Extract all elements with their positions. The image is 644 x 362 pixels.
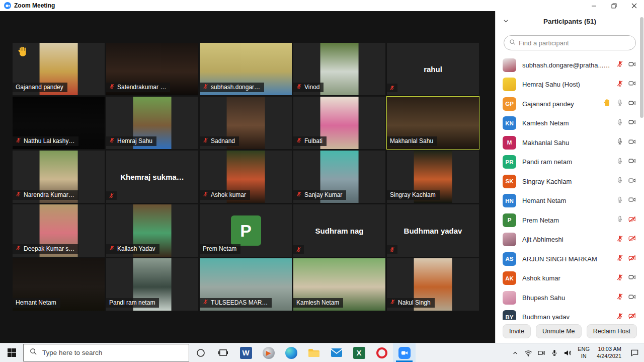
raised-hand-icon xyxy=(18,46,29,59)
video-tile[interactable]: Deepak Kumar s… xyxy=(13,204,105,257)
video-tile[interactable]: Ashok kumar xyxy=(200,151,292,203)
taskbar-app-mail-icon[interactable] xyxy=(325,343,348,362)
video-tile[interactable]: TULSEEDAS MAR… xyxy=(200,258,292,311)
participant-row[interactable]: Bhupesh Sahu xyxy=(496,288,644,308)
mic-on-icon xyxy=(616,215,623,225)
muted-mic-icon xyxy=(16,245,21,252)
participant-row[interactable]: GPGajanand pandey xyxy=(496,94,644,114)
restore-button[interactable] xyxy=(604,0,624,11)
video-tile[interactable]: Fulbati xyxy=(293,97,385,149)
zoom-meeting-window: Zoom Meeting Gajanand pandeySatendrakuma… xyxy=(0,0,644,362)
participant-row[interactable]: Hemraj Sahu (Host) xyxy=(496,75,644,95)
taskbar-app-excel-icon[interactable]: X xyxy=(348,343,370,362)
muted-mic-icon xyxy=(109,84,115,91)
video-tile[interactable]: Narendra Kumar… xyxy=(13,151,105,203)
search-icon xyxy=(509,38,516,47)
participant-name: Pandi ram netam xyxy=(522,158,610,166)
video-tile[interactable]: Kailash Yadav xyxy=(106,204,198,257)
clock[interactable]: 10:03 AM 4/24/2021 xyxy=(593,346,625,360)
speaker-icon[interactable] xyxy=(561,343,574,362)
unmute-me-button[interactable]: Unmute Me xyxy=(536,324,582,338)
participant-name: Sanjay Kumar xyxy=(304,191,342,198)
participant-row[interactable]: SKSingray Kachlam xyxy=(496,172,644,191)
video-tile[interactable]: Makhanlal Sahu xyxy=(387,97,479,149)
action-center-icon[interactable] xyxy=(625,343,644,362)
participant-name-label: Natthu Lal kashy… xyxy=(13,136,78,146)
taskbar-app-word-icon[interactable]: W xyxy=(234,343,257,362)
taskbar-app-opera-icon[interactable] xyxy=(370,343,393,362)
participants-panel: Participants (51) subhash.dongare@pratha… xyxy=(495,11,644,343)
participant-name-label: Vinod xyxy=(293,83,324,92)
participant-name-centered: Budhman yadav xyxy=(387,204,479,257)
participant-row[interactable]: AKAshok kumar xyxy=(496,269,644,288)
participant-row[interactable]: HNHemant Netam xyxy=(496,191,644,211)
video-tile[interactable]: Vinod xyxy=(293,43,385,95)
participant-row[interactable]: ASARJUN SINGH MARKAM xyxy=(496,249,644,269)
video-tile[interactable]: Budhman yadav xyxy=(387,204,479,257)
video-tile[interactable]: Natthu Lal kashy… xyxy=(13,97,105,149)
video-tile[interactable]: Sanjay Kumar xyxy=(293,151,385,203)
video-tile[interactable]: Kamlesh Netam xyxy=(293,258,385,311)
microphone-tray-icon[interactable] xyxy=(548,343,561,362)
invite-button[interactable]: Invite xyxy=(503,324,531,338)
participant-name-label: Prem Netam xyxy=(200,244,240,254)
wifi-icon[interactable] xyxy=(522,343,535,362)
video-tile[interactable]: Sadnand xyxy=(200,97,292,149)
camera-tray-icon[interactable] xyxy=(535,343,548,362)
taskbar-app-edge-icon[interactable] xyxy=(280,343,302,362)
chevron-down-icon[interactable] xyxy=(503,17,509,26)
video-tile[interactable]: Satendrakumar … xyxy=(106,43,198,95)
video-tile[interactable]: Hemraj Sahu xyxy=(106,97,198,149)
participant-row[interactable]: PPrem Netam xyxy=(496,210,644,230)
video-tile[interactable]: rahul xyxy=(387,43,479,95)
video-tile[interactable]: Sudhram nag xyxy=(293,204,385,257)
avatar: BY xyxy=(503,310,516,320)
video-tile[interactable]: PPrem Netam xyxy=(200,204,292,257)
reclaim-host-button[interactable]: Reclaim Host xyxy=(587,324,637,338)
participant-row[interactable]: PRPandi ram netam xyxy=(496,153,644,172)
taskbar-search-input[interactable] xyxy=(42,349,183,356)
participant-row[interactable]: MMakhanlal Sahu xyxy=(496,133,644,153)
participant-row[interactable]: BYBudhman yadav xyxy=(496,308,644,320)
camera-on-icon xyxy=(628,273,636,283)
participant-row[interactable]: Ajit Abhimeshi xyxy=(496,230,644,250)
raised-hand-icon xyxy=(603,99,611,109)
avatar xyxy=(503,233,516,246)
participant-name-label: Gajanand pandey xyxy=(13,83,67,92)
video-tile[interactable]: Singray Kachlam xyxy=(387,151,479,203)
participant-search-input[interactable] xyxy=(519,39,630,47)
video-tile[interactable]: Pandi ram netam xyxy=(106,258,198,311)
participant-row[interactable]: subhash.dongare@pratha... (Me) xyxy=(496,55,644,75)
scrollbar-thumb[interactable] xyxy=(640,17,643,118)
participant-name-label: Singray Kachlam xyxy=(387,190,440,200)
muted-mic-icon xyxy=(203,191,208,198)
taskbar-search xyxy=(23,344,189,361)
participant-name: Kamlesh Netam xyxy=(296,299,339,306)
language-indicator[interactable]: ENG IN xyxy=(574,346,593,360)
participant-name: Ashok kumar xyxy=(522,274,610,282)
video-tile[interactable]: Khemraj sukma… xyxy=(106,151,198,203)
taskbar-app-zoom-icon[interactable] xyxy=(393,343,416,362)
minimize-button[interactable] xyxy=(584,0,604,11)
status-icons xyxy=(616,138,636,148)
video-tile[interactable]: subhash.dongar… xyxy=(200,43,292,95)
taskbar-app-kmplayer-icon[interactable]: ▶ xyxy=(257,343,280,362)
video-tile[interactable]: Gajanand pandey xyxy=(13,43,105,95)
status-icons xyxy=(616,215,636,225)
tray-chevron-up-icon[interactable] xyxy=(509,343,522,362)
video-tile[interactable]: Hemant Netam xyxy=(13,258,105,311)
cortana-icon[interactable] xyxy=(189,343,212,362)
start-button[interactable] xyxy=(0,343,23,362)
participant-row[interactable]: KNKamlesh Netam xyxy=(496,114,644,133)
task-view-icon[interactable] xyxy=(212,343,234,362)
participant-list: subhash.dongare@pratha... (Me)Hemraj Sah… xyxy=(496,55,644,320)
participant-name: Gajanand pandey xyxy=(522,100,597,108)
close-button[interactable] xyxy=(624,0,644,11)
participant-name: Bhupesh Sahu xyxy=(522,294,610,302)
status-icons xyxy=(616,273,636,283)
participant-name: ARJUN SINGH MARKAM xyxy=(522,255,610,263)
participant-name: Prem Netam xyxy=(203,245,236,252)
participant-name-label: Kailash Yadav xyxy=(106,244,159,254)
taskbar-app-file-explorer-icon[interactable] xyxy=(302,343,325,362)
video-tile[interactable]: Nakul Singh xyxy=(387,258,479,311)
